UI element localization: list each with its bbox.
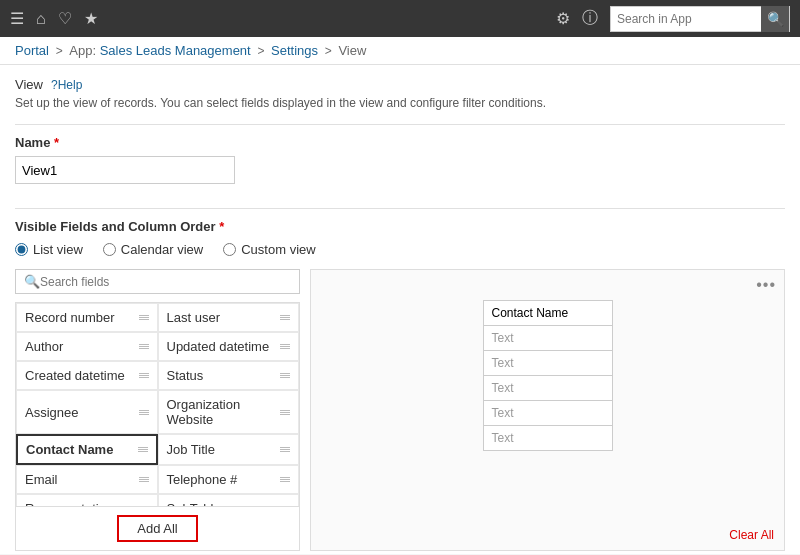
search-fields-input[interactable] (40, 275, 291, 289)
field-org-website-label: Organization Website (167, 397, 281, 427)
field-contact-name-label: Contact Name (26, 442, 113, 457)
divider2 (15, 208, 785, 209)
field-job-title[interactable]: Job Title (158, 434, 300, 465)
page-title: View (15, 77, 43, 92)
field-status-label: Status (167, 368, 204, 383)
three-dots-menu[interactable]: ••• (756, 276, 776, 294)
preview-row-3: Text (483, 376, 612, 401)
field-status[interactable]: Status (158, 361, 300, 390)
drag-handle-org-website[interactable] (280, 410, 290, 415)
radio-custom-view[interactable]: Custom view (223, 242, 315, 257)
page-content: View ?Help Set up the view of records. Y… (0, 65, 800, 554)
star-icon[interactable]: ★ (84, 9, 98, 28)
home-icon[interactable]: ⌂ (36, 10, 46, 28)
field-subtable[interactable]: SubTable (158, 494, 300, 507)
field-updated-datetime[interactable]: Updated datetime (158, 332, 300, 361)
preview-row-5: Text (483, 426, 612, 451)
visible-required-marker: * (219, 219, 224, 234)
field-email[interactable]: Email (16, 465, 158, 494)
field-email-label: Email (25, 472, 58, 487)
field-assignee[interactable]: Assignee (16, 390, 158, 434)
preview-table: Contact Name Text Text Text Text Text (483, 300, 613, 451)
field-author-label: Author (25, 339, 63, 354)
breadcrumb: Portal > App: Sales Leads Management > S… (0, 37, 800, 65)
fields-left-panel: 🔍 Record number Last user Author (15, 269, 300, 551)
preview-row-1: Text (483, 326, 612, 351)
search-fields-bar: 🔍 (15, 269, 300, 294)
menu-icon[interactable]: ☰ (10, 9, 24, 28)
radio-list-label: List view (33, 242, 83, 257)
breadcrumb-settings[interactable]: Settings (271, 43, 318, 58)
radio-list-view[interactable]: List view (15, 242, 83, 257)
drag-handle-record-number[interactable] (139, 315, 149, 320)
radio-calendar-view[interactable]: Calendar view (103, 242, 203, 257)
top-nav: ☰ ⌂ ♡ ★ ⚙ ⓘ 🔍 (0, 0, 800, 37)
search-app-button[interactable]: 🔍 (761, 6, 789, 32)
view-type-section: Visible Fields and Column Order * List v… (15, 219, 785, 257)
field-record-number[interactable]: Record number (16, 303, 158, 332)
field-representative[interactable]: Representative (16, 494, 158, 507)
preview-table-header: Contact Name (483, 301, 612, 326)
search-app-input[interactable] (611, 12, 761, 26)
field-updated-datetime-label: Updated datetime (167, 339, 270, 354)
field-last-user[interactable]: Last user (158, 303, 300, 332)
field-last-user-label: Last user (167, 310, 220, 325)
drag-handle-updated-datetime[interactable] (280, 344, 290, 349)
drag-handle-email[interactable] (139, 477, 149, 482)
add-all-area: Add All (15, 507, 300, 551)
fields-section: 🔍 Record number Last user Author (15, 269, 785, 551)
drag-handle-assignee[interactable] (139, 410, 149, 415)
radio-calendar-label: Calendar view (121, 242, 203, 257)
breadcrumb-current: View (338, 43, 366, 58)
fields-right-panel: ••• Contact Name Text Text Text Text Tex… (310, 269, 785, 551)
field-org-website[interactable]: Organization Website (158, 390, 300, 434)
name-field-label: Name * (15, 135, 785, 150)
page-description: Set up the view of records. You can sele… (15, 96, 785, 110)
drag-handle-contact-name[interactable] (138, 447, 148, 452)
drag-handle-job-title[interactable] (280, 447, 290, 452)
preview-row-4: Text (483, 401, 612, 426)
field-job-title-label: Job Title (167, 442, 215, 457)
field-created-datetime[interactable]: Created datetime (16, 361, 158, 390)
drag-handle-telephone[interactable] (280, 477, 290, 482)
drag-handle-author[interactable] (139, 344, 149, 349)
view-type-radio-group: List view Calendar view Custom view (15, 242, 785, 257)
radio-custom-input[interactable] (223, 243, 236, 256)
field-contact-name[interactable]: Contact Name (16, 434, 158, 465)
drag-handle-subtable[interactable] (280, 506, 290, 507)
name-input[interactable] (15, 156, 235, 184)
divider1 (15, 124, 785, 125)
drag-handle-representative[interactable] (139, 506, 149, 507)
field-created-datetime-label: Created datetime (25, 368, 125, 383)
breadcrumb-app[interactable]: Sales Leads Management (100, 43, 251, 58)
field-subtable-label: SubTable (167, 501, 221, 507)
page-title-area: View ?Help (15, 77, 785, 92)
name-required-marker: * (54, 135, 59, 150)
nav-icons: ☰ ⌂ ♡ ★ (10, 9, 544, 28)
radio-list-input[interactable] (15, 243, 28, 256)
search-bar: 🔍 (610, 6, 790, 32)
radio-calendar-input[interactable] (103, 243, 116, 256)
field-author[interactable]: Author (16, 332, 158, 361)
field-telephone[interactable]: Telephone # (158, 465, 300, 494)
field-representative-label: Representative (25, 501, 112, 507)
field-assignee-label: Assignee (25, 405, 78, 420)
clear-all-button[interactable]: Clear All (729, 528, 774, 542)
breadcrumb-portal[interactable]: Portal (15, 43, 49, 58)
search-fields-icon: 🔍 (24, 274, 40, 289)
drag-handle-created-datetime[interactable] (139, 373, 149, 378)
radio-custom-label: Custom view (241, 242, 315, 257)
view-type-label: Visible Fields and Column Order * (15, 219, 785, 234)
fields-grid-container: Record number Last user Author Updated d… (15, 302, 300, 507)
help-icon[interactable]: ⓘ (582, 8, 598, 29)
field-record-number-label: Record number (25, 310, 115, 325)
fields-grid: Record number Last user Author Updated d… (16, 303, 299, 507)
bell-icon[interactable]: ♡ (58, 9, 72, 28)
add-all-button[interactable]: Add All (117, 515, 197, 542)
preview-row-2: Text (483, 351, 612, 376)
drag-handle-last-user[interactable] (280, 315, 290, 320)
breadcrumb-separator1: App: (69, 43, 99, 58)
help-link[interactable]: ?Help (51, 78, 82, 92)
settings-icon[interactable]: ⚙ (556, 9, 570, 28)
drag-handle-status[interactable] (280, 373, 290, 378)
